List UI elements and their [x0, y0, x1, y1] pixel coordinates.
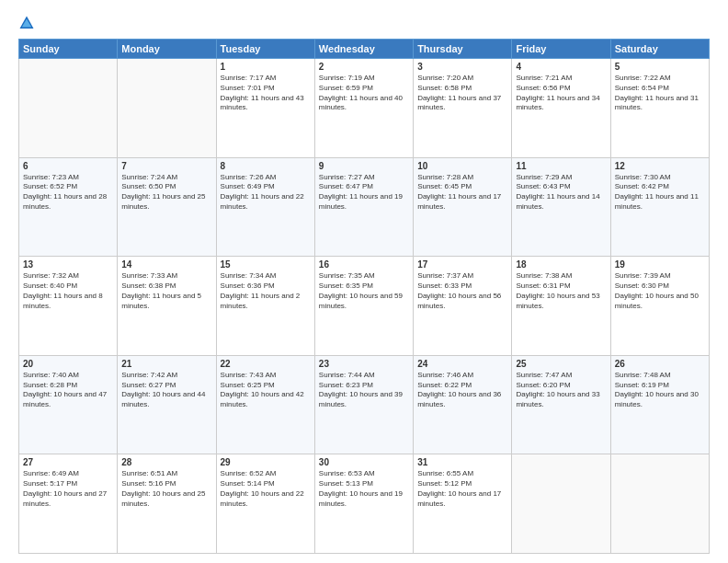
cell-content: Sunrise: 6:51 AM Sunset: 5:16 PM Dayligh…: [121, 469, 211, 509]
calendar-week-row: 20Sunrise: 7:40 AM Sunset: 6:28 PM Dayli…: [19, 355, 710, 454]
calendar-cell: 8Sunrise: 7:26 AM Sunset: 6:49 PM Daylig…: [216, 157, 314, 257]
calendar-cell: [118, 59, 216, 158]
day-number: 23: [319, 359, 409, 369]
header: [18, 15, 710, 31]
day-number: 18: [516, 259, 606, 270]
day-number: 7: [121, 161, 211, 171]
cell-content: Sunrise: 7:38 AM Sunset: 6:31 PM Dayligh…: [516, 271, 606, 311]
cell-content: Sunrise: 7:47 AM Sunset: 6:20 PM Dayligh…: [516, 371, 606, 410]
cell-content: Sunrise: 7:20 AM Sunset: 6:58 PM Dayligh…: [417, 74, 507, 113]
calendar-cell: 25Sunrise: 7:47 AM Sunset: 6:20 PM Dayli…: [512, 355, 610, 454]
weekday-header: Saturday: [610, 40, 709, 59]
cell-content: Sunrise: 7:42 AM Sunset: 6:27 PM Dayligh…: [121, 371, 211, 410]
calendar-week-row: 27Sunrise: 6:49 AM Sunset: 5:17 PM Dayli…: [19, 454, 710, 554]
calendar-cell: 15Sunrise: 7:34 AM Sunset: 6:36 PM Dayli…: [216, 257, 314, 356]
calendar-cell: 31Sunrise: 6:55 AM Sunset: 5:12 PM Dayli…: [414, 454, 512, 554]
page: SundayMondayTuesdayWednesdayThursdayFrid…: [0, 0, 728, 563]
day-number: 24: [417, 359, 507, 369]
cell-content: Sunrise: 7:44 AM Sunset: 6:23 PM Dayligh…: [319, 371, 409, 410]
calendar-cell: 19Sunrise: 7:39 AM Sunset: 6:30 PM Dayli…: [610, 257, 709, 356]
logo: [18, 15, 39, 31]
cell-content: Sunrise: 7:32 AM Sunset: 6:40 PM Dayligh…: [23, 271, 113, 311]
day-number: 9: [319, 161, 409, 171]
cell-content: Sunrise: 6:55 AM Sunset: 5:12 PM Dayligh…: [417, 469, 507, 509]
cell-content: Sunrise: 6:49 AM Sunset: 5:17 PM Dayligh…: [23, 469, 113, 509]
calendar-header-row: SundayMondayTuesdayWednesdayThursdayFrid…: [19, 40, 710, 59]
cell-content: Sunrise: 6:53 AM Sunset: 5:13 PM Dayligh…: [319, 469, 409, 509]
calendar-cell: 30Sunrise: 6:53 AM Sunset: 5:13 PM Dayli…: [314, 454, 413, 554]
calendar-cell: 18Sunrise: 7:38 AM Sunset: 6:31 PM Dayli…: [512, 257, 610, 356]
cell-content: Sunrise: 7:30 AM Sunset: 6:42 PM Dayligh…: [615, 173, 705, 213]
logo-icon: [18, 15, 35, 31]
cell-content: Sunrise: 7:43 AM Sunset: 6:25 PM Dayligh…: [221, 371, 311, 410]
calendar-cell: 2Sunrise: 7:19 AM Sunset: 6:59 PM Daylig…: [314, 59, 413, 158]
cell-content: Sunrise: 7:46 AM Sunset: 6:22 PM Dayligh…: [417, 371, 507, 410]
day-number: 25: [516, 359, 606, 369]
calendar-cell: 20Sunrise: 7:40 AM Sunset: 6:28 PM Dayli…: [19, 355, 118, 454]
calendar-cell: 23Sunrise: 7:44 AM Sunset: 6:23 PM Dayli…: [314, 355, 413, 454]
calendar-cell: 16Sunrise: 7:35 AM Sunset: 6:35 PM Dayli…: [314, 257, 413, 356]
day-number: 1: [221, 62, 311, 72]
day-number: 27: [23, 457, 113, 467]
calendar-week-row: 1Sunrise: 7:17 AM Sunset: 7:01 PM Daylig…: [19, 59, 710, 158]
day-number: 12: [615, 161, 705, 171]
day-number: 22: [221, 359, 311, 369]
cell-content: Sunrise: 7:37 AM Sunset: 6:33 PM Dayligh…: [417, 271, 507, 311]
calendar-cell: 10Sunrise: 7:28 AM Sunset: 6:45 PM Dayli…: [414, 157, 512, 257]
cell-content: Sunrise: 7:40 AM Sunset: 6:28 PM Dayligh…: [23, 371, 113, 410]
calendar-cell: 14Sunrise: 7:33 AM Sunset: 6:38 PM Dayli…: [118, 257, 216, 356]
calendar-cell: 12Sunrise: 7:30 AM Sunset: 6:42 PM Dayli…: [610, 157, 709, 257]
day-number: 8: [221, 161, 311, 171]
cell-content: Sunrise: 7:39 AM Sunset: 6:30 PM Dayligh…: [615, 271, 705, 311]
calendar-cell: [512, 454, 610, 554]
day-number: 31: [417, 457, 507, 467]
day-number: 4: [516, 62, 606, 72]
weekday-header: Thursday: [414, 40, 512, 59]
day-number: 21: [121, 359, 211, 369]
cell-content: Sunrise: 7:26 AM Sunset: 6:49 PM Dayligh…: [221, 173, 311, 213]
weekday-header: Wednesday: [314, 40, 413, 59]
calendar-cell: 27Sunrise: 6:49 AM Sunset: 5:17 PM Dayli…: [19, 454, 118, 554]
calendar-week-row: 6Sunrise: 7:23 AM Sunset: 6:52 PM Daylig…: [19, 157, 710, 257]
calendar-cell: 26Sunrise: 7:48 AM Sunset: 6:19 PM Dayli…: [610, 355, 709, 454]
cell-content: Sunrise: 7:23 AM Sunset: 6:52 PM Dayligh…: [23, 173, 113, 213]
cell-content: Sunrise: 7:35 AM Sunset: 6:35 PM Dayligh…: [319, 271, 409, 311]
calendar-cell: 6Sunrise: 7:23 AM Sunset: 6:52 PM Daylig…: [19, 157, 118, 257]
day-number: 2: [319, 62, 409, 72]
calendar-cell: 17Sunrise: 7:37 AM Sunset: 6:33 PM Dayli…: [414, 257, 512, 356]
day-number: 30: [319, 457, 409, 467]
day-number: 11: [516, 161, 606, 171]
calendar-cell: 4Sunrise: 7:21 AM Sunset: 6:56 PM Daylig…: [512, 59, 610, 158]
weekday-header: Monday: [118, 40, 216, 59]
calendar-cell: 13Sunrise: 7:32 AM Sunset: 6:40 PM Dayli…: [19, 257, 118, 356]
weekday-header: Tuesday: [216, 40, 314, 59]
day-number: 10: [417, 161, 507, 171]
day-number: 6: [23, 161, 113, 171]
cell-content: Sunrise: 7:17 AM Sunset: 7:01 PM Dayligh…: [221, 74, 311, 113]
calendar-cell: 28Sunrise: 6:51 AM Sunset: 5:16 PM Dayli…: [118, 454, 216, 554]
day-number: 28: [121, 457, 211, 467]
weekday-header: Sunday: [19, 40, 118, 59]
calendar-cell: 5Sunrise: 7:22 AM Sunset: 6:54 PM Daylig…: [610, 59, 709, 158]
calendar-cell: [610, 454, 709, 554]
calendar-cell: [19, 59, 118, 158]
day-number: 16: [319, 259, 409, 270]
cell-content: Sunrise: 7:22 AM Sunset: 6:54 PM Dayligh…: [615, 74, 705, 113]
cell-content: Sunrise: 7:21 AM Sunset: 6:56 PM Dayligh…: [516, 74, 606, 113]
cell-content: Sunrise: 7:24 AM Sunset: 6:50 PM Dayligh…: [121, 173, 211, 213]
day-number: 29: [221, 457, 311, 467]
calendar-cell: 7Sunrise: 7:24 AM Sunset: 6:50 PM Daylig…: [118, 157, 216, 257]
cell-content: Sunrise: 7:29 AM Sunset: 6:43 PM Dayligh…: [516, 173, 606, 213]
calendar-cell: 24Sunrise: 7:46 AM Sunset: 6:22 PM Dayli…: [414, 355, 512, 454]
calendar-cell: 11Sunrise: 7:29 AM Sunset: 6:43 PM Dayli…: [512, 157, 610, 257]
cell-content: Sunrise: 7:33 AM Sunset: 6:38 PM Dayligh…: [121, 271, 211, 311]
calendar-cell: 1Sunrise: 7:17 AM Sunset: 7:01 PM Daylig…: [216, 59, 314, 158]
calendar-table: SundayMondayTuesdayWednesdayThursdayFrid…: [18, 39, 710, 554]
day-number: 14: [121, 259, 211, 270]
cell-content: Sunrise: 7:34 AM Sunset: 6:36 PM Dayligh…: [221, 271, 311, 311]
cell-content: Sunrise: 7:27 AM Sunset: 6:47 PM Dayligh…: [319, 173, 409, 213]
cell-content: Sunrise: 7:48 AM Sunset: 6:19 PM Dayligh…: [615, 371, 705, 410]
day-number: 3: [417, 62, 507, 72]
calendar-week-row: 13Sunrise: 7:32 AM Sunset: 6:40 PM Dayli…: [19, 257, 710, 356]
day-number: 19: [615, 259, 705, 270]
